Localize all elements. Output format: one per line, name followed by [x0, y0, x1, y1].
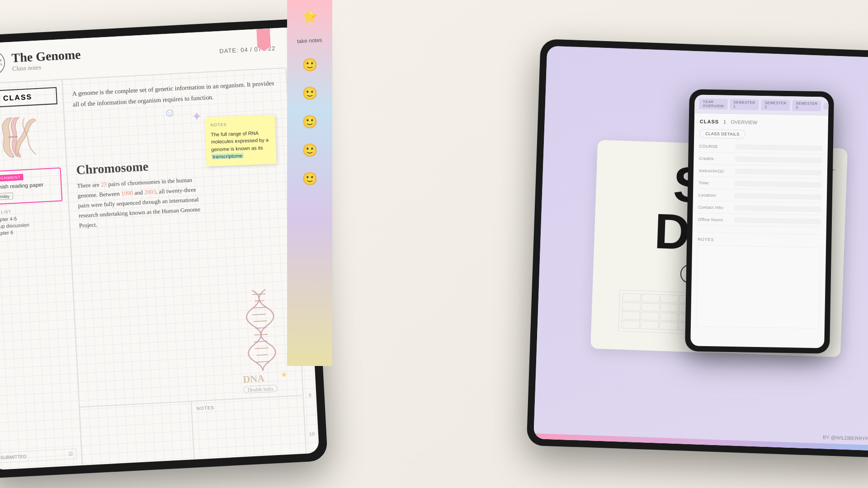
smiley-sticker-1: 🙂 — [302, 57, 318, 72]
tab-semester-1[interactable]: SEMESTER 1 — [730, 99, 759, 110]
intro-text: A genome is the complete set of genetic … — [72, 78, 278, 110]
notes-section: NOTES — [696, 232, 821, 329]
note-title-area: The Genome Class notes — [11, 40, 220, 73]
tab-semester-3[interactable]: SEMESTER 3 — [792, 100, 821, 111]
overview-label: OVERVIEW — [731, 119, 757, 125]
take-notes-sticker: take notes — [297, 37, 322, 45]
assignment-item: ☐ Finish reading paper — [0, 181, 57, 191]
field-office: Office hours: — [698, 217, 821, 228]
dna-illustration: DNA Double helix — [238, 289, 284, 394]
chromosome-section: Chromosome There are 23 pairs of chromos… — [76, 156, 206, 231]
date-label: DATE: — [219, 47, 239, 54]
instructors-label: Instructor(s): — [699, 169, 735, 174]
contact-label: Contact Info: — [698, 205, 734, 210]
star-deco-top: ✦ — [191, 109, 203, 124]
tablet-left-screen: ✦ STUDY TIME FULL NOTES The Genome Class… — [0, 27, 319, 470]
notes-section-label: NOTES — [698, 237, 821, 244]
assignment-day: ↔ Friday — [0, 192, 13, 201]
tab-more[interactable]: ... — [823, 103, 828, 109]
submitted-label: SUBMITTED — [0, 454, 26, 460]
todo-box: TO DO LIST ✓ Chapter 4-5 ✓ Group discuss… — [0, 206, 64, 236]
svg-line-7 — [254, 334, 268, 335]
highlight-2003: 2003 — [144, 188, 156, 196]
star-sticker: ⭐ — [302, 9, 318, 24]
smiley-sticker-4: 🙂 — [302, 143, 318, 158]
highlight-text: transcriptome — [212, 153, 244, 159]
assignment-box: ASSIGNMENT ☐ Finish reading paper ↔ Frid… — [0, 167, 62, 205]
field-instructors: Instructor(s): — [699, 168, 822, 179]
sticky-note: NOTES The full range of RNA molecules ex… — [205, 115, 277, 166]
time-value[interactable] — [735, 181, 821, 188]
contact-value[interactable] — [734, 205, 821, 212]
smiley-sticker-3: 🙂 — [302, 114, 318, 129]
smiley-sticker-2: 🙂 — [302, 86, 318, 101]
by-credit-text: BY @WILDBERRYPLANN — [823, 434, 868, 442]
svg-line-2 — [255, 300, 264, 301]
credits-label: Credits: — [699, 156, 735, 161]
field-credits: Credits: — [699, 156, 822, 167]
svg-line-0 — [9, 136, 18, 137]
front-content-area: CLASS 1 OVERVIEW CLASS DETAILS COURSE Cr… — [691, 113, 828, 334]
field-course: COURSE — [699, 144, 822, 155]
notes-area[interactable] — [696, 245, 821, 329]
svg-line-1 — [252, 294, 266, 295]
tablet-front: YEAR OVERVIEW SEMESTER 1 SEMESTER 2 SEME… — [685, 89, 834, 353]
dna-svg — [238, 289, 283, 372]
class-box: CLASS — [0, 87, 57, 108]
smiley-sticker-5: 🙂 — [302, 171, 318, 186]
course-label: COURSE — [699, 144, 736, 149]
chromosome-title: Chromosome — [76, 156, 203, 178]
front-tabs-header: YEAR OVERVIEW SEMESTER 1 SEMESTER 2 SEME… — [694, 94, 829, 115]
tab-year-overview[interactable]: YEAR OVERVIEW — [699, 99, 727, 110]
num-9: 9 — [302, 376, 317, 415]
location-label: Location: — [698, 193, 735, 198]
class-number: 1 — [723, 119, 726, 125]
svg-line-9 — [255, 348, 269, 349]
sticky-text: The full range of RNA molecules expresse… — [211, 129, 271, 161]
submitted-box: SUBMITTED ☑ — [0, 449, 77, 463]
bottom-note-right: NOTES — [191, 396, 306, 460]
dna-sub-label: Double helix — [243, 385, 278, 394]
dna-label: DNA — [243, 371, 284, 385]
office-value[interactable] — [734, 217, 821, 224]
instructors-value[interactable] — [735, 169, 822, 175]
num-10: 10 — [305, 414, 319, 454]
assignment-label: ASSIGNMENT — [0, 174, 23, 182]
time-label: Time: — [698, 181, 735, 186]
chromosome-body-text: There are 23 pairs of chromosomes in the… — [77, 174, 206, 231]
smiley-deco: ☺ — [164, 106, 176, 120]
highlight-23: 23 — [101, 181, 107, 188]
svg-line-3 — [253, 307, 266, 308]
highlight-1990: 1990 — [121, 189, 133, 197]
field-location: Location: — [698, 192, 821, 203]
sticky-label: NOTES — [210, 120, 269, 128]
svg-line-10 — [257, 355, 268, 355]
tab-semester-2[interactable]: SEMESTER 2 — [761, 99, 790, 111]
class-label: CLASS — [700, 119, 719, 125]
course-value[interactable] — [736, 144, 822, 151]
svg-line-11 — [255, 361, 269, 362]
class-section-header: CLASS 1 OVERVIEW — [700, 119, 823, 127]
chromosome-illustration — [0, 111, 61, 165]
class-details-button[interactable]: CLASS DETAILS — [699, 129, 745, 139]
field-time: Time: — [698, 180, 821, 191]
tablet-left: ✦ STUDY TIME FULL NOTES The Genome Class… — [0, 19, 328, 479]
chromosome-svg — [0, 112, 42, 164]
bottom-notes-section: NOTES — [80, 395, 306, 465]
submitted-check: ☑ — [68, 451, 73, 456]
sticker-strip: ⭐ take notes 🙂 🙂 🙂 🙂 🙂 — [287, 0, 332, 366]
field-contact: Contact Info: — [698, 205, 821, 216]
bottom-note-left — [80, 402, 193, 465]
svg-line-4 — [252, 314, 266, 315]
credits-value[interactable] — [735, 156, 822, 163]
tablet-front-screen: YEAR OVERVIEW SEMESTER 1 SEMESTER 2 SEME… — [690, 94, 829, 348]
bottom-notes-label: NOTES — [196, 401, 298, 411]
location-value[interactable] — [735, 193, 821, 200]
logo-circle: STUDY TIME FULL NOTES — [0, 50, 5, 76]
svg-line-5 — [254, 321, 267, 322]
star-dna-deco: ✦ — [280, 369, 288, 380]
office-label: Office hours: — [698, 217, 734, 222]
